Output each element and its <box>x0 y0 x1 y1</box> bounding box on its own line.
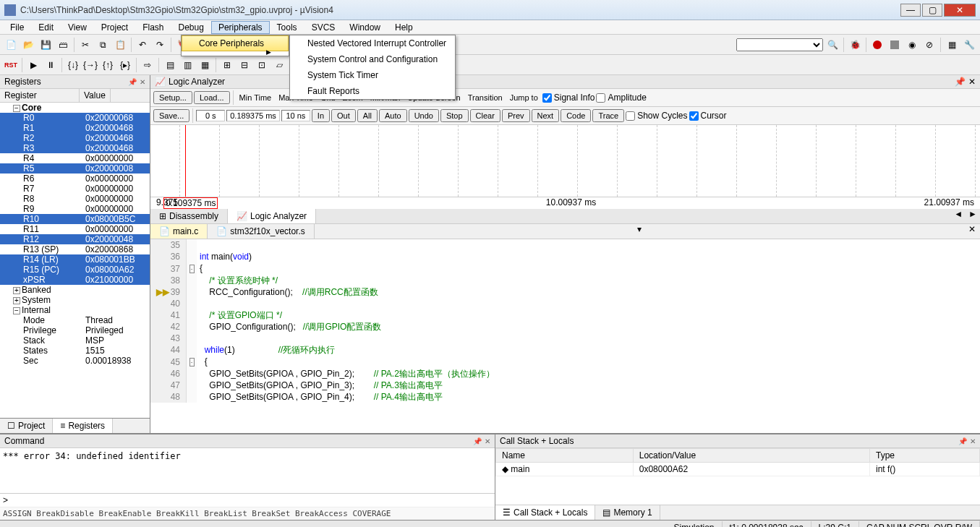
reset-icon[interactable]: RST <box>3 57 19 73</box>
step-out-icon[interactable]: {↑} <box>100 57 116 73</box>
memory-window-icon[interactable]: ▱ <box>271 57 287 73</box>
record-icon[interactable] <box>869 37 885 53</box>
command-window-icon[interactable]: ▤ <box>162 57 178 73</box>
la-clear[interactable]: Clear <box>470 109 500 122</box>
run-to-cursor-icon[interactable]: {▸} <box>117 57 133 73</box>
col-value[interactable]: Value <box>80 89 111 102</box>
close-pane-icon[interactable]: ✕ <box>970 437 976 445</box>
menu-window[interactable]: Window <box>342 21 388 34</box>
callstack-window-icon[interactable]: ⊟ <box>237 57 252 73</box>
la-zoom-in[interactable]: In <box>312 109 330 122</box>
command-input[interactable] <box>11 494 495 507</box>
menu-tools[interactable]: Tools <box>270 21 304 34</box>
watch-window-icon[interactable]: ⊡ <box>254 57 270 73</box>
la-zoom-out[interactable]: Out <box>331 109 356 122</box>
save-all-icon[interactable]: 🗃 <box>55 37 71 53</box>
find-combo[interactable] <box>736 38 823 51</box>
stop-icon[interactable] <box>887 37 903 53</box>
disasm-window-icon[interactable]: ▥ <box>179 57 195 73</box>
menu-help[interactable]: Help <box>388 21 420 34</box>
close-pane-icon[interactable]: ✕ <box>968 77 976 87</box>
tab-callstack[interactable]: ☰Call Stack + Locals <box>495 505 595 520</box>
chk-show-cycles[interactable]: Show Cycles <box>626 111 687 121</box>
tab-memory1[interactable]: ▤Memory 1 <box>595 505 660 520</box>
close-pane-icon[interactable]: ✕ <box>140 78 145 86</box>
la-trace[interactable]: Trace <box>592 109 624 122</box>
la-code[interactable]: Code <box>561 109 591 122</box>
pin-icon[interactable]: 📌 <box>958 437 967 445</box>
tab-disassembly[interactable]: ⊞Disassembly <box>150 209 228 223</box>
open-icon[interactable]: 📂 <box>20 37 36 53</box>
halt-icon[interactable]: ⏸ <box>43 57 59 73</box>
chk-signal-info[interactable]: Signal Info <box>542 93 595 103</box>
col-register[interactable]: Register <box>0 89 80 102</box>
registers-tree[interactable]: −CoreR00x20000068R10x20000468R20x2000046… <box>0 103 150 418</box>
menu-svcs[interactable]: SVCS <box>304 21 343 34</box>
la-next[interactable]: Next <box>532 109 560 122</box>
file-tab-menu-icon[interactable]: ▾ <box>633 224 646 239</box>
cut-icon[interactable]: ✂ <box>77 37 93 53</box>
col-name[interactable]: Name <box>496 449 634 463</box>
submenu-item[interactable]: Nested Vectored Interrupt Controller <box>290 35 455 51</box>
chk-amplitude[interactable]: Amplitude <box>596 93 646 103</box>
symbol-window-icon[interactable]: ▦ <box>197 57 213 73</box>
run-icon[interactable]: ▶ <box>25 57 41 73</box>
la-chart[interactable] <box>150 125 980 197</box>
tab-project[interactable]: ☐Project <box>0 419 53 433</box>
save-icon[interactable]: 💾 <box>38 37 54 53</box>
col-location[interactable]: Location/Value <box>633 449 869 463</box>
show-next-icon[interactable]: ⇨ <box>140 57 155 73</box>
menu-peripherals[interactable]: Peripherals <box>211 21 270 34</box>
menu-view[interactable]: View <box>61 21 94 34</box>
new-file-icon[interactable]: 📄 <box>3 37 19 53</box>
la-zoom-all[interactable]: All <box>357 109 378 122</box>
close-button[interactable]: ✕ <box>944 4 976 17</box>
chk-cursor[interactable]: Cursor <box>689 111 727 121</box>
callstack-row[interactable]: ◆ main 0x08000A62 int f() <box>496 463 980 476</box>
step-into-icon[interactable]: {↓} <box>65 57 81 73</box>
copy-icon[interactable]: ⧉ <box>95 37 111 53</box>
debug-icon[interactable]: 🐞 <box>847 37 863 53</box>
breakpoint-icon[interactable]: ◉ <box>904 37 920 53</box>
tab-logic-analyzer[interactable]: 📈Logic Analyzer <box>228 209 316 223</box>
tab-nav-right-icon[interactable]: ► <box>966 209 980 223</box>
pin-icon[interactable]: 📌 <box>128 78 137 86</box>
la-stop[interactable]: Stop <box>440 109 469 122</box>
minimize-button[interactable]: — <box>900 4 921 17</box>
file-tab-vector[interactable]: 📄stm32f10x_vector.s <box>208 224 314 239</box>
pin-icon[interactable]: 📌 <box>955 77 966 87</box>
callstack-table[interactable]: Name Location/Value Type ◆ main 0x08000A… <box>495 448 980 476</box>
menu-flash[interactable]: Flash <box>135 21 171 34</box>
la-undo[interactable]: Undo <box>409 109 439 122</box>
close-pane-icon[interactable]: ✕ <box>485 437 490 445</box>
submenu-item[interactable]: Fault Reports <box>290 83 455 99</box>
la-save-button[interactable]: Save... <box>153 109 189 122</box>
step-over-icon[interactable]: {→} <box>82 57 98 73</box>
col-type[interactable]: Type <box>870 449 980 463</box>
paste-icon[interactable]: 📋 <box>112 37 128 53</box>
submenu-item[interactable]: System Control and Configuration <box>290 51 455 67</box>
file-tab-close-icon[interactable]: ✕ <box>964 224 980 239</box>
redo-icon[interactable]: ↷ <box>152 37 168 53</box>
registers-window-icon[interactable]: ⊞ <box>219 57 235 73</box>
menu-debug[interactable]: Debug <box>171 21 211 34</box>
window-icon[interactable]: ▦ <box>944 37 960 53</box>
tab-registers[interactable]: ≡Registers <box>53 419 113 433</box>
maximize-button[interactable]: ▢ <box>922 4 942 17</box>
config-icon[interactable]: 🔧 <box>961 37 977 53</box>
menu-edit[interactable]: Edit <box>31 21 61 34</box>
undo-icon[interactable]: ↶ <box>135 37 150 53</box>
submenu-item[interactable]: System Tick Timer <box>290 67 455 83</box>
menu-file[interactable]: File <box>3 21 31 34</box>
la-prev[interactable]: Prev <box>502 109 530 122</box>
la-load-button[interactable]: Load... <box>194 91 230 104</box>
pin-icon[interactable]: 📌 <box>473 437 482 445</box>
tab-nav-left-icon[interactable]: ◄ <box>951 209 966 223</box>
la-auto[interactable]: Auto <box>379 109 407 122</box>
code-editor[interactable]: 3536int main(void)37-{38 /* 设置系统时钟 */▶▶3… <box>150 239 980 433</box>
la-setup-button[interactable]: Setup... <box>153 91 192 104</box>
core-peripherals-item[interactable]: Core Peripherals <box>182 35 289 51</box>
file-tab-main[interactable]: 📄main.c <box>150 224 208 239</box>
menu-project[interactable]: Project <box>94 21 135 34</box>
find-icon[interactable]: 🔍 <box>825 37 840 53</box>
